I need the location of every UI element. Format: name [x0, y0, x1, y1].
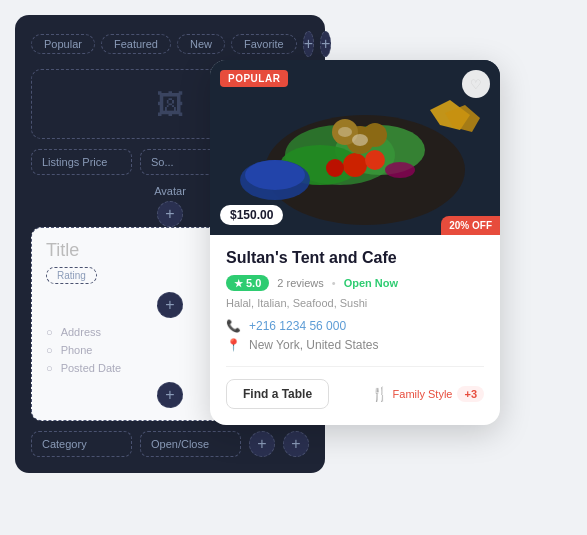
bottom-row: Category Open/Close + +	[31, 431, 309, 457]
listing-tags: 🍴 Family Style +3	[371, 386, 484, 402]
rating-row: ★ 5.0 2 reviews • Open Now	[226, 275, 484, 291]
cuisine-text: Halal, Italian, Seafood, Sushi	[226, 297, 484, 309]
phone-icon: 📞	[226, 319, 241, 333]
listing-name: Sultan's Tent and Cafe	[226, 249, 484, 267]
add-rating-button[interactable]: +	[157, 292, 183, 318]
address-icon: ○	[46, 326, 53, 338]
listings-price-field: Listings Price	[31, 149, 132, 175]
builder-tags-row: Popular Featured New Favorite + +	[31, 31, 309, 57]
discount-badge: 20% OFF	[441, 216, 500, 235]
add-tag-button[interactable]: +	[303, 31, 314, 57]
popular-badge: POPULAR	[220, 70, 288, 87]
tag-popular: Popular	[31, 34, 95, 54]
location-text: New York, United States	[249, 338, 378, 352]
add-openclose-button[interactable]: +	[283, 431, 309, 457]
star-icon: ★	[234, 278, 243, 289]
rating-value: 5.0	[246, 277, 261, 289]
add-category-button[interactable]: +	[249, 431, 275, 457]
separator: •	[332, 277, 336, 289]
phone-icon: ○	[46, 344, 53, 356]
tag-featured: Featured	[101, 34, 171, 54]
phone-row: 📞 +216 1234 56 000	[226, 319, 484, 333]
rating-pill: ★ 5.0	[226, 275, 269, 291]
date-icon: ○	[46, 362, 53, 374]
svg-point-10	[363, 123, 387, 147]
add-avatar-button[interactable]: +	[157, 201, 183, 227]
heart-button[interactable]: ♡	[462, 70, 490, 98]
open-status: Open Now	[344, 277, 398, 289]
svg-point-6	[365, 150, 385, 170]
location-row: 📍 New York, United States	[226, 338, 484, 352]
add-section-button[interactable]: +	[157, 382, 183, 408]
tag-label: Family Style	[393, 388, 453, 400]
price-badge: $150.00	[220, 205, 283, 225]
svg-point-13	[385, 162, 415, 178]
phone-number: +216 1234 56 000	[249, 319, 346, 333]
rating-badge: Rating	[46, 267, 97, 284]
openclose-field: Open/Close	[140, 431, 241, 457]
listing-image: POPULAR ♡ $150.00 20% OFF	[210, 60, 500, 235]
location-icon: 📍	[226, 338, 241, 352]
tag-favorite: Favorite	[231, 34, 297, 54]
add-tag-button-2[interactable]: +	[320, 31, 331, 57]
find-table-button[interactable]: Find a Table	[226, 379, 329, 409]
svg-point-11	[352, 134, 368, 146]
svg-point-5	[343, 153, 367, 177]
tag-new: New	[177, 34, 225, 54]
svg-point-15	[245, 160, 305, 190]
image-icon: 🖼	[156, 88, 184, 121]
category-field: Category	[31, 431, 132, 457]
reviews-text: 2 reviews	[277, 277, 323, 289]
listing-card: POPULAR ♡ $150.00 20% OFF Sultan's Tent …	[210, 60, 500, 425]
more-tags-badge: +3	[457, 386, 484, 402]
fork-icon: 🍴	[371, 386, 388, 402]
svg-point-7	[326, 159, 344, 177]
listing-footer: Find a Table 🍴 Family Style +3	[226, 366, 484, 409]
svg-point-12	[338, 127, 352, 137]
listing-body: Sultan's Tent and Cafe ★ 5.0 2 reviews •…	[210, 235, 500, 425]
